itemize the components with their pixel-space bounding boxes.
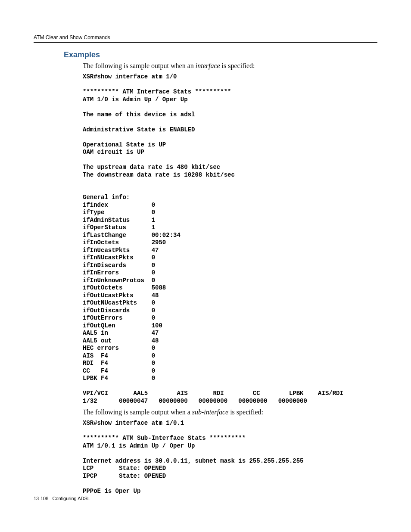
intro-text-interface: The following is sample output when an i… (83, 62, 377, 70)
intro2-post: is specified: (228, 408, 263, 416)
page-header: ATM Clear and Show Commands (34, 34, 377, 43)
page-footer: 13-108 Configuring ADSL (34, 496, 90, 501)
intro2-pre: The following is sample output when a (83, 408, 192, 416)
section-title-examples: Examples (64, 50, 377, 59)
intro2-emph: sub-interface (192, 408, 228, 416)
intro1-pre: The following is sample output when an (83, 62, 196, 69)
chapter-name: Configuring ADSL (52, 496, 90, 501)
intro1-emph: interface (196, 62, 220, 69)
page-number: 13-108 (34, 496, 48, 501)
cli-output-interface: XSR#show interface atm 1/0 ********** AT… (83, 73, 377, 405)
intro-text-subinterface: The following is sample output when a su… (83, 408, 377, 416)
cli-output-subinterface: XSR#show interface atm 1/0.1 ********** … (83, 420, 377, 495)
intro1-post: is specified: (220, 62, 255, 69)
